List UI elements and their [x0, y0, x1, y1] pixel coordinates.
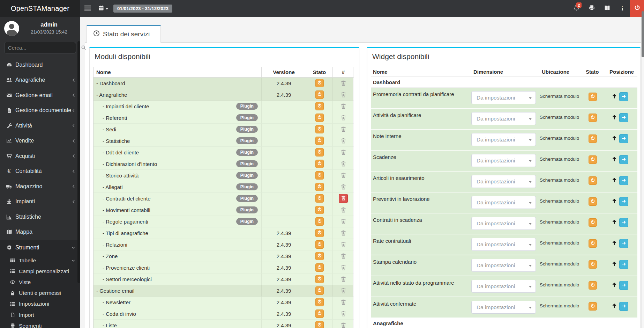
delete-module-button[interactable] — [341, 126, 346, 132]
move-up-button[interactable] — [612, 113, 617, 120]
toggle-module-button[interactable] — [315, 275, 324, 283]
info-button[interactable]: i — [615, 0, 630, 17]
move-to-position-button[interactable] — [619, 176, 628, 185]
delete-module-button[interactable] — [341, 322, 346, 328]
dimension-select[interactable]: Da impostazioni — [471, 154, 536, 167]
toggle-widget-button[interactable] — [589, 176, 597, 185]
sidebar-item-dashboard[interactable]: Dashboard — [0, 57, 80, 73]
sidebar-scrollbar-thumb[interactable] — [77, 41, 80, 283]
delete-module-button[interactable] — [341, 92, 346, 97]
delete-module-button[interactable] — [341, 150, 346, 155]
sidebar-item-strumenti[interactable]: Strumenti — [0, 240, 80, 255]
delete-module-button[interactable] — [341, 161, 346, 167]
sidebar-item-gestione-email[interactable]: Gestione email — [0, 88, 80, 103]
search-input[interactable] — [5, 45, 81, 51]
delete-module-button[interactable] — [341, 288, 346, 293]
app-logo[interactable]: OpenSTAManager — [0, 0, 80, 17]
docs-button[interactable] — [599, 0, 615, 17]
toggle-module-button[interactable] — [315, 286, 324, 295]
sidebar-item-viste[interactable]: Viste — [0, 277, 80, 287]
toggle-module-button[interactable] — [315, 194, 324, 203]
delete-module-button-danger[interactable] — [339, 194, 348, 203]
delete-module-button[interactable] — [341, 265, 346, 270]
sidebar-item-import[interactable]: Import — [0, 309, 80, 320]
move-to-position-button[interactable] — [619, 302, 628, 311]
move-to-position-button[interactable] — [619, 281, 628, 290]
move-up-button[interactable] — [612, 260, 617, 267]
toggle-module-button[interactable] — [315, 79, 324, 87]
delete-module-button[interactable] — [341, 138, 346, 144]
toggle-module-button[interactable] — [315, 148, 324, 156]
toggle-module-button[interactable] — [315, 217, 324, 226]
toggle-module-button[interactable] — [315, 263, 324, 272]
sidebar-item-utenti-e-permessi[interactable]: Utenti e permessi — [0, 288, 80, 299]
sidebar-toggle-button[interactable] — [82, 0, 93, 17]
move-to-position-button[interactable] — [619, 218, 628, 227]
move-to-position-button[interactable] — [619, 113, 628, 122]
move-up-button[interactable] — [612, 218, 617, 225]
sidebar-item-statistiche[interactable]: Statistiche — [0, 209, 80, 225]
page-scrollbar-track[interactable] — [641, 17, 644, 328]
toggle-widget-button[interactable] — [589, 155, 597, 164]
toggle-module-button[interactable] — [315, 160, 324, 168]
move-to-position-button[interactable] — [619, 197, 628, 206]
toggle-widget-button[interactable] — [589, 239, 597, 248]
move-up-button[interactable] — [612, 281, 617, 288]
toggle-widget-button[interactable] — [589, 114, 597, 122]
move-up-button[interactable] — [612, 155, 617, 162]
date-range-badge[interactable]: 01/01/2023 - 31/12/2023 — [113, 5, 172, 13]
sidebar-item-acquisti[interactable]: Acquisti — [0, 148, 80, 164]
delete-module-button[interactable] — [341, 173, 346, 178]
delete-module-button[interactable] — [341, 115, 346, 121]
delete-module-button[interactable] — [341, 299, 346, 305]
move-up-button[interactable] — [612, 176, 617, 183]
sidebar-item-vendite[interactable]: Vendite — [0, 133, 80, 149]
toggle-module-button[interactable] — [315, 240, 324, 249]
toggle-widget-button[interactable] — [589, 260, 597, 269]
toggle-module-button[interactable] — [315, 183, 324, 191]
toggle-module-button[interactable] — [315, 114, 324, 122]
dimension-select[interactable]: Da impostazioni — [471, 196, 536, 209]
dimension-select[interactable]: Da impostazioni — [471, 280, 536, 293]
sidebar-item-attivit[interactable]: Attività — [0, 118, 80, 133]
toggle-module-button[interactable] — [315, 171, 324, 180]
move-to-position-button[interactable] — [619, 92, 628, 101]
dimension-select[interactable]: Da impostazioni — [471, 175, 536, 188]
toggle-module-button[interactable] — [315, 137, 324, 145]
toggle-module-button[interactable] — [315, 229, 324, 237]
move-up-button[interactable] — [612, 239, 617, 246]
toggle-widget-button[interactable] — [589, 302, 597, 311]
delete-module-button[interactable] — [341, 311, 346, 316]
notifications-button[interactable]: 2 — [569, 0, 584, 17]
sidebar-item-gestione-documentale[interactable]: Gestione documentale — [0, 103, 80, 118]
toggle-widget-button[interactable] — [589, 218, 597, 227]
period-picker-button[interactable] — [96, 0, 110, 17]
move-to-position-button[interactable] — [619, 260, 628, 269]
delete-module-button[interactable] — [341, 219, 346, 224]
toggle-module-button[interactable] — [315, 90, 324, 99]
move-up-button[interactable] — [612, 197, 617, 204]
move-up-button[interactable] — [612, 92, 617, 99]
sidebar-item-contabilit[interactable]: € Contabilità — [0, 164, 80, 179]
delete-module-button[interactable] — [341, 207, 346, 213]
delete-module-button[interactable] — [341, 103, 346, 109]
dimension-select[interactable]: Da impostazioni — [471, 259, 536, 272]
print-button[interactable] — [584, 0, 599, 17]
toggle-widget-button[interactable] — [589, 281, 597, 290]
move-up-button[interactable] — [612, 302, 617, 309]
toggle-widget-button[interactable] — [589, 197, 597, 206]
sidebar-item-campi-personalizzati[interactable]: Campi personalizzati — [0, 266, 80, 277]
sidebar-item-mappa[interactable]: Mappa — [0, 225, 80, 240]
toggle-module-button[interactable] — [315, 206, 324, 214]
tab-stato-dei-servizi[interactable]: Stato dei servizi — [87, 25, 161, 43]
delete-module-button[interactable] — [341, 276, 346, 282]
page-scrollbar-thumb[interactable] — [642, 11, 644, 57]
sidebar-item-anagrafiche[interactable]: Anagrafiche — [0, 73, 80, 88]
sidebar-item-magazzino[interactable]: Magazzino — [0, 179, 80, 194]
dimension-select[interactable]: Da impostazioni — [471, 217, 536, 230]
delete-module-button[interactable] — [341, 253, 346, 259]
avatar[interactable] — [4, 21, 19, 36]
toggle-module-button[interactable] — [315, 102, 324, 110]
sidebar-item-segmenti[interactable]: Segmenti — [0, 320, 80, 328]
search-icon[interactable] — [81, 45, 86, 50]
